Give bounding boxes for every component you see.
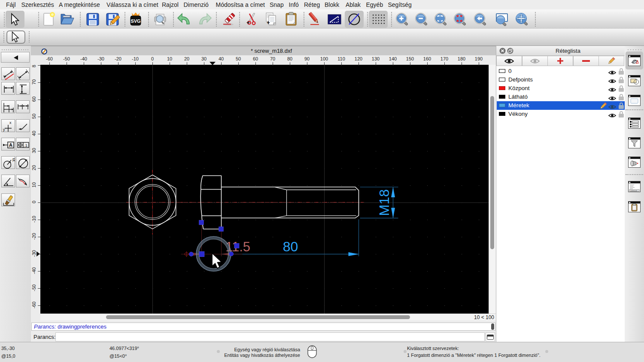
svg-text:+: + (246, 19, 250, 26)
svg-text:80: 80 (283, 239, 298, 254)
svg-text:.1: .1 (24, 143, 27, 148)
svg-text:R: R (12, 158, 15, 163)
svg-text:command: command (630, 190, 637, 192)
svg-text:A: A (9, 142, 12, 148)
svg-text:M18: M18 (377, 189, 392, 216)
svg-text:x: x (9, 121, 12, 125)
svg-text:+: + (267, 19, 270, 26)
svg-text:SVG: SVG (131, 18, 140, 24)
